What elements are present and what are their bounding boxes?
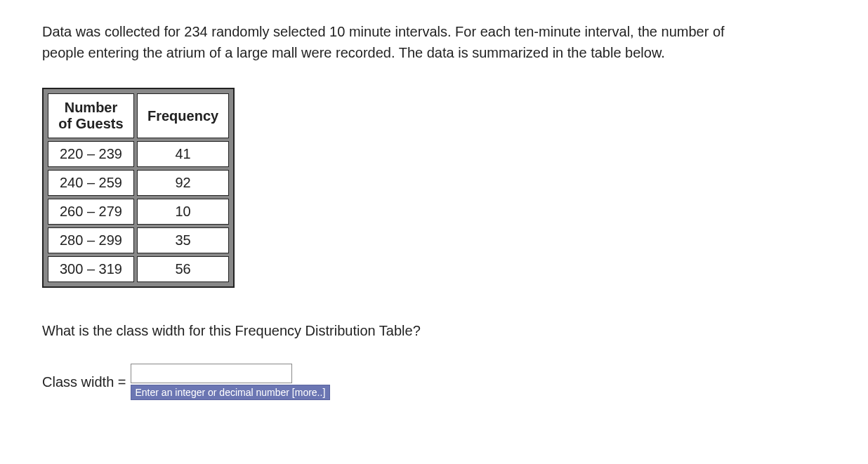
cell-freq: 35	[137, 227, 229, 253]
cell-range: 300 – 319	[48, 256, 134, 282]
cell-range: 260 – 279	[48, 199, 134, 225]
answer-label: Class width =	[42, 374, 126, 390]
cell-range: 280 – 299	[48, 227, 134, 253]
answer-row: Class width = Enter an integer or decima…	[42, 364, 826, 400]
table-row: 240 – 259 92	[48, 170, 229, 196]
header-guests-line1: Number	[65, 100, 118, 115]
table-row: 300 – 319 56	[48, 256, 229, 282]
input-hint[interactable]: Enter an integer or decimal number [more…	[131, 385, 331, 400]
table-row: 260 – 279 10	[48, 199, 229, 225]
table-row: 220 – 239 41	[48, 141, 229, 167]
table-row: 280 – 299 35	[48, 227, 229, 253]
table-header-guests: Number of Guests	[48, 93, 134, 138]
question-text: What is the class width for this Frequen…	[42, 323, 826, 339]
cell-freq: 92	[137, 170, 229, 196]
cell-freq: 41	[137, 141, 229, 167]
cell-freq: 56	[137, 256, 229, 282]
table-header-frequency: Frequency	[137, 93, 229, 138]
frequency-table: Number of Guests Frequency 220 – 239 41 …	[42, 88, 235, 288]
problem-statement: Data was collected for 234 randomly sele…	[42, 21, 758, 63]
header-guests-line2: of Guests	[58, 116, 123, 131]
cell-range: 220 – 239	[48, 141, 134, 167]
cell-freq: 10	[137, 199, 229, 225]
cell-range: 240 – 259	[48, 170, 134, 196]
class-width-input[interactable]	[131, 364, 292, 383]
